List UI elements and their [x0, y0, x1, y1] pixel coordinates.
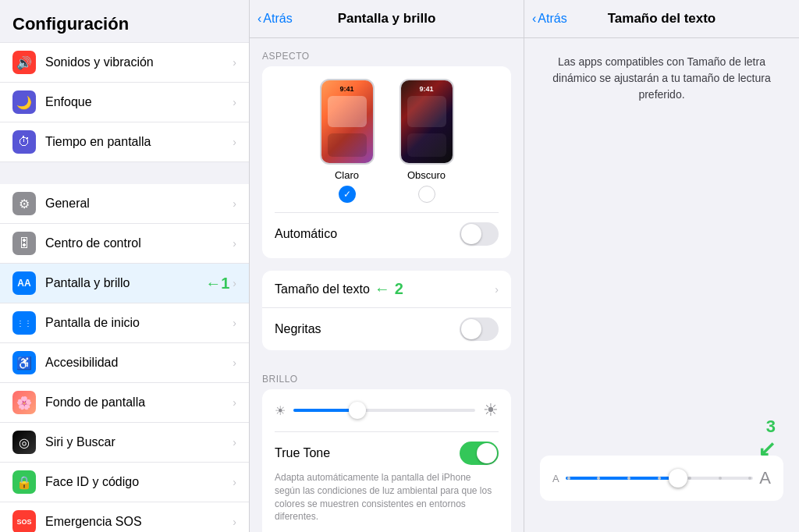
faceid-icon: 🔒 — [12, 470, 36, 494]
chevron-icon: › — [495, 283, 499, 296]
chevron-icon: › — [233, 356, 236, 369]
font-dot — [748, 477, 751, 480]
annotation-arrow-1-icon: ← — [205, 275, 221, 293]
dark-mode-check[interactable] — [418, 186, 435, 203]
bold-row[interactable]: Negritas — [262, 308, 511, 350]
controlcenter-icon: 🎛 — [12, 232, 36, 255]
text-options-card: Tamaño del texto ← 2 › Negritas — [262, 271, 511, 350]
spacer — [540, 119, 783, 456]
sidebar-item-accessibility[interactable]: ♿ Accesibilidad › — [0, 343, 249, 383]
sidebar-label-screentime: Tiempo en pantalla — [45, 135, 233, 149]
brightness-slider-track[interactable] — [293, 409, 475, 412]
wallpaper-icon: 🌸 — [12, 391, 36, 414]
sidebar-item-emergency[interactable]: SOS Emergencia SOS › — [0, 502, 249, 532]
sidebar-item-display[interactable]: AA Pantalla y brillo ← 1 › — [0, 264, 249, 303]
font-dot — [719, 477, 722, 480]
middle-panel-title: Pantalla y brillo — [338, 11, 436, 27]
sidebar-item-focus[interactable]: 🌙 Enfoque › — [0, 83, 249, 122]
sidebar-label-faceid: Face ID y código — [45, 475, 233, 489]
sidebar-item-faceid[interactable]: 🔒 Face ID y código › — [0, 463, 249, 502]
font-size-slider-track[interactable] — [566, 477, 754, 480]
sidebar-item-homescreen[interactable]: ⋮⋮ Pantalla de inicio › — [0, 303, 249, 343]
middle-panel: ‹ Atrás Pantalla y brillo ASPECTO 9:41 C… — [250, 0, 524, 532]
dark-mode-label: Obscuro — [407, 169, 446, 181]
toggle-knob — [477, 443, 497, 463]
true-tone-toggle[interactable] — [460, 442, 499, 465]
accessibility-icon: ♿ — [12, 351, 36, 374]
sidebar-label-wallpaper: Fondo de pantalla — [45, 395, 233, 410]
sidebar-label-siri: Siri y Buscar — [45, 435, 233, 449]
middle-panel-header: ‹ Atrás Pantalla y brillo — [250, 0, 524, 38]
font-size-thumb[interactable] — [669, 469, 687, 488]
brightness-high-icon: ☀ — [483, 400, 499, 420]
font-a-large: A — [759, 468, 771, 488]
light-mode-option[interactable]: 9:41 Claro ✓ — [320, 79, 375, 203]
chevron-left-icon: ‹ — [257, 12, 261, 26]
brightness-row: ☀ ☀ — [275, 400, 499, 420]
font-dot — [567, 477, 570, 480]
sidebar-label-controlcenter: Centro de control — [45, 236, 233, 250]
font-dot — [627, 477, 630, 480]
font-dot — [658, 477, 661, 480]
light-mode-label: Claro — [335, 169, 359, 181]
automatico-toggle[interactable] — [460, 222, 499, 246]
chevron-icon: › — [233, 516, 236, 528]
font-size-slider-row: A A — [540, 456, 783, 501]
right-back-button[interactable]: ‹ Atrás — [532, 12, 567, 26]
font-dot — [597, 477, 600, 480]
right-panel: ‹ Atrás Tamaño del texto Las apps compat… — [524, 0, 799, 532]
chevron-icon: › — [233, 56, 236, 69]
true-tone-label: True Tone — [275, 446, 330, 460]
sidebar-label-focus: Enfoque — [45, 95, 233, 109]
display-icon: AA — [12, 271, 36, 295]
sidebar-label-display: Pantalla y brillo — [45, 276, 205, 290]
sidebar-label-homescreen: Pantalla de inicio — [45, 316, 233, 330]
sidebar-label-general: General — [45, 197, 233, 211]
annotation-arrow-2-icon: ← — [375, 280, 390, 298]
middle-back-button[interactable]: ‹ Atrás — [257, 12, 293, 26]
screentime-icon: ⏱ — [12, 130, 36, 154]
aspect-options: 9:41 Claro ✓ 9:41 Obscuro — [275, 79, 499, 203]
emergency-icon: SOS — [12, 510, 36, 532]
light-mode-check[interactable]: ✓ — [339, 186, 356, 203]
sidebar-item-screentime[interactable]: ⏱ Tiempo en pantalla › — [0, 122, 249, 162]
aspect-card: 9:41 Claro ✓ 9:41 Obscuro — [262, 66, 511, 258]
chevron-icon: › — [233, 136, 236, 148]
font-dot — [688, 477, 691, 480]
sidebar-item-general[interactable]: ⚙ General › — [0, 184, 249, 224]
middle-back-label: Atrás — [263, 12, 292, 26]
dark-mode-preview: 9:41 — [400, 79, 454, 165]
light-time: 9:41 — [339, 85, 353, 93]
siri-icon: ◎ — [12, 431, 36, 454]
chevron-icon: › — [233, 317, 236, 329]
homescreen-icon: ⋮⋮ — [12, 311, 36, 335]
brillo-card: ☀ ☀ True Tone Adapta automáticamente la … — [262, 389, 511, 532]
annotation-num-3: 3 — [766, 417, 776, 437]
brightness-thumb[interactable] — [349, 402, 366, 419]
text-size-row-label-container: Tamaño del texto ← 2 — [275, 280, 403, 298]
brightness-low-icon: ☀ — [275, 403, 286, 418]
toggle-knob — [461, 224, 481, 244]
right-panel-header: ‹ Atrás Tamaño del texto — [524, 0, 799, 38]
sidebar-item-controlcenter[interactable]: 🎛 Centro de control › — [0, 224, 249, 264]
sidebar-item-wallpaper[interactable]: 🌸 Fondo de pantalla › — [0, 383, 249, 423]
chevron-icon: › — [233, 277, 236, 289]
text-size-row[interactable]: Tamaño del texto ← 2 › — [262, 271, 511, 308]
chevron-icon: › — [233, 396, 236, 409]
sidebar-label-emergency: Emergencia SOS — [45, 515, 233, 529]
automatico-row: Automático — [275, 212, 499, 246]
dark-mode-option[interactable]: 9:41 Obscuro — [400, 79, 454, 203]
sidebar-item-sounds[interactable]: 🔊 Sonidos y vibración › — [0, 42, 249, 83]
right-panel-content: Las apps compatibles con Tamaño de letra… — [524, 38, 799, 532]
sidebar: Configuración 🔊 Sonidos y vibración › 🌙 … — [0, 0, 250, 532]
general-icon: ⚙ — [12, 192, 36, 215]
text-size-label: Tamaño del texto — [275, 282, 370, 296]
sidebar-item-siri[interactable]: ◎ Siri y Buscar › — [0, 423, 249, 463]
chevron-icon: › — [233, 476, 236, 488]
bold-toggle[interactable] — [460, 317, 499, 341]
chevron-icon: › — [233, 436, 236, 449]
bold-label: Negritas — [275, 322, 321, 336]
font-size-section: 3 ↙ A — [540, 456, 783, 501]
true-tone-description: Adapta automáticamente la pantalla del i… — [275, 471, 499, 523]
annotation-num-2: 2 — [395, 280, 403, 298]
